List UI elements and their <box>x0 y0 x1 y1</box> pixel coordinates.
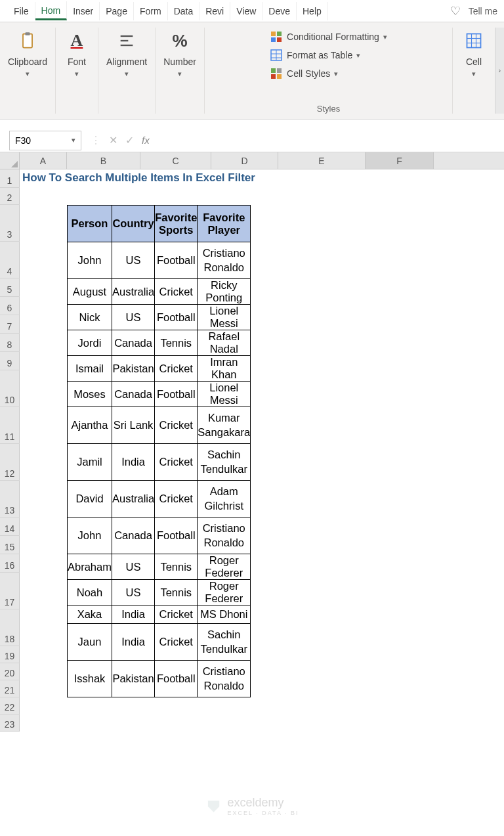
table-cell[interactable]: Football <box>155 242 198 279</box>
table-cell[interactable]: Cricket <box>155 407 198 444</box>
row-header[interactable]: 5 <box>0 278 20 297</box>
row-header[interactable]: 2 <box>0 188 20 205</box>
row-header[interactable]: 16 <box>0 554 20 573</box>
tell-me-button[interactable]: Tell me <box>469 6 497 16</box>
row-header[interactable]: 12 <box>0 444 20 481</box>
table-cell[interactable]: Pakistan <box>112 661 154 697</box>
table-cell[interactable]: Canada <box>112 517 154 554</box>
table-cell[interactable]: CristianoRonaldo <box>198 661 251 697</box>
select-all-corner[interactable] <box>0 152 20 169</box>
col-header-c[interactable]: C <box>140 152 211 169</box>
row-header[interactable]: 21 <box>0 680 20 697</box>
table-cell[interactable]: India <box>112 624 154 661</box>
enter-icon[interactable]: ✓ <box>125 134 134 146</box>
col-header-e[interactable]: E <box>278 152 366 169</box>
cancel-icon[interactable]: ✕ <box>109 134 117 146</box>
table-header[interactable]: Country <box>112 206 154 242</box>
cell-styles-button[interactable]: Cell Styles ▾ <box>270 67 387 80</box>
table-cell[interactable]: Ajantha <box>68 407 112 444</box>
alignment-button[interactable]: Alignment ▾ <box>106 28 147 78</box>
name-box[interactable]: F30 ▾ <box>9 131 81 150</box>
paste-button[interactable]: Clipboard ▾ <box>8 28 47 78</box>
row-header[interactable]: 18 <box>0 609 20 646</box>
table-cell[interactable]: MS Dhoni <box>198 605 251 624</box>
row-header[interactable]: 1 <box>0 169 20 188</box>
table-header[interactable]: FavoriteSports <box>155 206 198 242</box>
number-button[interactable]: % Number ▾ <box>163 28 196 78</box>
table-cell[interactable]: Football <box>155 517 198 554</box>
table-cell[interactable]: Pakistan <box>112 356 154 382</box>
table-cell[interactable]: US <box>112 305 154 330</box>
table-cell[interactable]: Jaun <box>68 624 112 661</box>
table-cell[interactable]: India <box>112 605 154 624</box>
row-header[interactable]: 20 <box>0 663 20 680</box>
conditional-formatting-button[interactable]: Conditional Formatting ▾ <box>270 30 387 43</box>
tab-home[interactable]: Hom <box>35 1 68 20</box>
col-header-a[interactable]: A <box>20 152 67 169</box>
table-cell[interactable]: US <box>112 242 154 279</box>
table-cell[interactable]: Lionel Messi <box>198 305 251 330</box>
row-header[interactable]: 15 <box>0 536 20 554</box>
row-header[interactable]: 3 <box>0 205 20 242</box>
col-header-f[interactable]: F <box>366 152 434 169</box>
tab-review[interactable]: Revi <box>200 2 230 20</box>
col-header-b[interactable]: B <box>67 152 140 169</box>
table-cell[interactable]: Moses <box>68 382 112 407</box>
table-cell[interactable]: Noah <box>68 580 112 605</box>
table-cell[interactable]: Roger Federer <box>198 554 251 580</box>
table-cell[interactable]: Isshak <box>68 661 112 697</box>
row-header[interactable]: 11 <box>0 407 20 444</box>
row-header[interactable]: 19 <box>0 646 20 663</box>
table-cell[interactable]: Ricky Ponting <box>198 279 251 305</box>
tab-file[interactable]: File <box>8 2 35 20</box>
table-cell[interactable]: Cricket <box>155 624 198 661</box>
table-cell[interactable]: Cricket <box>155 279 198 305</box>
tab-insert[interactable]: Inser <box>67 2 100 20</box>
table-cell[interactable]: Imran Khan <box>198 356 251 382</box>
table-cell[interactable]: Jamil <box>68 444 112 481</box>
table-cell[interactable]: Football <box>155 661 198 697</box>
row-header[interactable]: 9 <box>0 352 20 370</box>
table-cell[interactable]: Football <box>155 382 198 407</box>
table-header[interactable]: FavoritePlayer <box>198 206 251 242</box>
table-cell[interactable]: Tennis <box>155 580 198 605</box>
row-header[interactable]: 10 <box>0 370 20 407</box>
table-cell[interactable]: SachinTendulkar <box>198 624 251 661</box>
fx-icon[interactable]: fx <box>142 135 150 146</box>
table-cell[interactable]: Nick <box>68 305 112 330</box>
table-cell[interactable]: Canada <box>112 330 154 356</box>
table-cell[interactable]: John <box>68 242 112 279</box>
col-header-d[interactable]: D <box>211 152 278 169</box>
tab-page-layout[interactable]: Page <box>100 2 134 20</box>
table-cell[interactable]: Cricket <box>155 356 198 382</box>
row-header[interactable]: 4 <box>0 242 20 278</box>
table-cell[interactable]: Jordi <box>68 330 112 356</box>
tab-formulas[interactable]: Form <box>134 2 168 20</box>
format-as-table-button[interactable]: Format as Table ▾ <box>270 49 387 62</box>
row-header[interactable]: 22 <box>0 697 20 715</box>
cells-button[interactable]: Cell ▾ <box>461 28 487 78</box>
tab-developer[interactable]: Deve <box>262 2 297 20</box>
table-cell[interactable]: AdamGilchrist <box>198 481 251 517</box>
table-cell[interactable]: SachinTendulkar <box>198 444 251 481</box>
table-cell[interactable]: August <box>68 279 112 305</box>
table-cell[interactable]: US <box>112 580 154 605</box>
row-header[interactable]: 13 <box>0 481 20 517</box>
row-header[interactable]: 17 <box>0 573 20 609</box>
table-cell[interactable]: Lionel Messi <box>198 382 251 407</box>
tab-view[interactable]: View <box>230 2 262 20</box>
table-cell[interactable]: Xaka <box>68 605 112 624</box>
table-cell[interactable]: CristianoRonaldo <box>198 242 251 279</box>
tab-data[interactable]: Data <box>168 2 200 20</box>
table-cell[interactable]: Roger Federer <box>198 580 251 605</box>
table-cell[interactable]: Australia <box>112 481 154 517</box>
table-cell[interactable]: CristianoRonaldo <box>198 517 251 554</box>
table-cell[interactable]: KumarSangakara <box>198 407 251 444</box>
table-cell[interactable]: Ismail <box>68 356 112 382</box>
table-cell[interactable]: US <box>112 554 154 580</box>
table-cell[interactable]: Tennis <box>155 554 198 580</box>
row-header[interactable]: 7 <box>0 315 20 334</box>
table-cell[interactable]: John <box>68 517 112 554</box>
table-cell[interactable]: Abraham <box>68 554 112 580</box>
table-cell[interactable]: India <box>112 444 154 481</box>
